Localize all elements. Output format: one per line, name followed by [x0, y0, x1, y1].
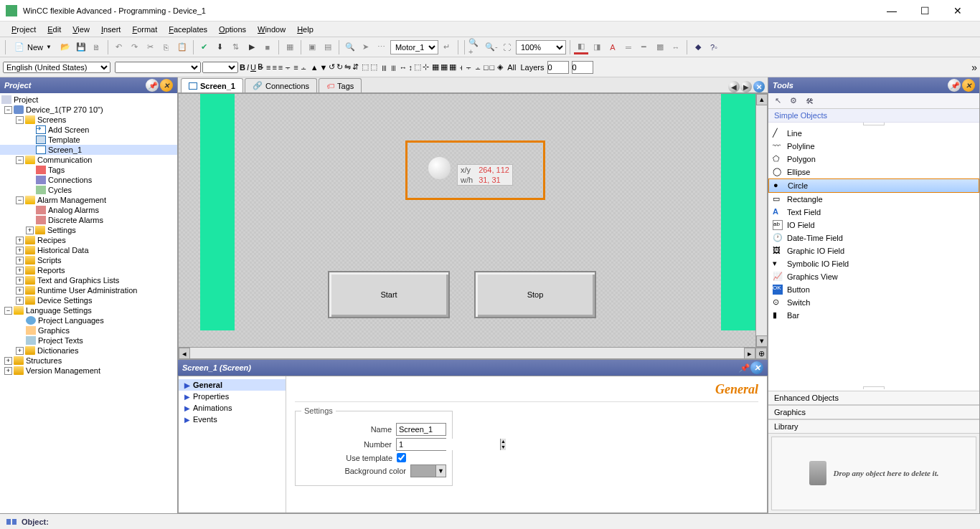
ref-icon[interactable]: ⋯ — [374, 40, 389, 54]
paste-icon[interactable]: 📋 — [175, 40, 189, 54]
tile-icon[interactable]: ▤ — [321, 40, 335, 54]
flip-v-icon[interactable]: ⇵ — [352, 62, 359, 72]
tool-rectangle[interactable]: ▭Rectangle — [768, 193, 979, 206]
italic-icon[interactable]: I — [247, 63, 249, 72]
prop-number-input[interactable]: ▲▼ — [396, 438, 446, 451]
combo-go-icon[interactable]: ↵ — [440, 40, 454, 54]
strike-icon[interactable]: B̶ — [258, 62, 263, 72]
stamp-icon[interactable]: ⚙ — [787, 95, 800, 108]
align-middle-icon[interactable]: ≡ — [293, 63, 298, 72]
same-height-icon[interactable]: ↕ — [408, 63, 413, 72]
props-nav-properties[interactable]: ▶Properties — [179, 391, 286, 402]
menu-view[interactable]: View — [67, 25, 95, 34]
menu-faceplates[interactable]: Faceplates — [163, 25, 213, 34]
help-icon[interactable]: ?◦ — [707, 40, 721, 54]
distrib-v-icon[interactable]: ⫼ — [390, 63, 397, 72]
menu-window[interactable]: Window — [252, 25, 291, 34]
cut-icon[interactable]: ✂ — [143, 40, 158, 54]
tag-combo[interactable]: Motor_1 — [390, 40, 438, 54]
panel-close-icon[interactable]: ✕ — [160, 79, 173, 92]
menu-options[interactable]: Options — [213, 25, 252, 34]
start-button[interactable]: Start — [328, 271, 450, 318]
tab-close-icon[interactable]: ✕ — [753, 81, 765, 92]
tool-switch[interactable]: ⊙Switch — [768, 296, 979, 309]
undo-icon[interactable]: ↶ — [112, 40, 126, 54]
tool-graphics-view[interactable]: 📈Graphics View — [768, 270, 979, 283]
tools-pin-icon[interactable]: 📌 — [948, 79, 961, 92]
align-center-icon[interactable]: ≡ — [272, 63, 276, 72]
obj-align3-icon[interactable]: ⫠ — [474, 63, 482, 72]
rotate-right-icon[interactable]: ↻ — [336, 62, 343, 72]
props-pin-icon[interactable]: 📌 — [739, 363, 749, 373]
section-enhanced[interactable]: Enhanced Objects — [768, 391, 979, 405]
zoom-combo[interactable]: 100% — [516, 40, 566, 54]
size-combo[interactable] — [202, 62, 238, 73]
send-back-icon[interactable]: ▼ — [320, 63, 328, 72]
zoom-out-icon[interactable]: 🔍- — [484, 40, 499, 54]
tab-next-icon[interactable]: ▶ — [740, 81, 752, 92]
tab-tags[interactable]: 🏷Tags — [319, 78, 362, 92]
props-nav-animations[interactable]: ▶Animations — [179, 402, 286, 414]
line-weight-icon[interactable]: ━ — [637, 40, 651, 54]
pattern-icon[interactable]: ▩ — [653, 40, 667, 54]
tool-button[interactable]: OKButton — [768, 283, 979, 296]
tab-connections[interactable]: 🔗Connections — [245, 78, 317, 92]
transfer-icon[interactable]: ⇅ — [229, 40, 243, 54]
tool-circle[interactable]: ●Circle — [768, 178, 979, 193]
ruler-icon[interactable]: ▦ — [449, 62, 456, 72]
tab-prev-icon[interactable]: ◀ — [728, 81, 740, 92]
page-icon[interactable]: ▦ — [283, 40, 297, 54]
save-icon[interactable]: 💾 — [74, 40, 88, 54]
distrib-h-icon[interactable]: ⫼ — [380, 63, 388, 72]
open-icon[interactable]: 📂 — [58, 40, 72, 54]
delete-dropzone[interactable]: Drop any object here to delete it. — [771, 437, 976, 511]
stop-sim-icon[interactable]: ■ — [260, 40, 275, 54]
tool-bar[interactable]: ▮Bar — [768, 309, 979, 322]
flip-h-icon[interactable]: ⇋ — [344, 62, 351, 72]
tab-screen1[interactable]: Screen_1 — [181, 78, 243, 92]
vertical-scrollbar[interactable]: ▴ ▾ — [755, 94, 767, 347]
layer-to-input[interactable] — [572, 61, 593, 74]
align-left-icon[interactable]: ≡ — [266, 63, 270, 72]
close-button[interactable]: ✕ — [941, 0, 974, 22]
tool-ellipse[interactable]: ◯Ellipse — [768, 166, 979, 178]
tool-symbolic-io[interactable]: ▾Symbolic IO Field — [768, 257, 979, 270]
design-canvas[interactable]: x/y264, 112 w/h31, 31 Start Stop — [179, 94, 755, 347]
align-right-icon[interactable]: ≡ — [278, 63, 283, 72]
section-graphics[interactable]: Graphics — [768, 405, 979, 419]
obj-align5-icon[interactable]: □ — [490, 63, 495, 72]
stop-button[interactable]: Stop — [474, 271, 596, 318]
tool-graphic-io[interactable]: 🖼Graphic IO Field — [768, 244, 979, 257]
font-color-icon[interactable]: A — [606, 40, 620, 54]
tool-datetime[interactable]: 🕐Date-Time Field — [768, 232, 979, 244]
align-bottom-icon[interactable]: ⫠ — [300, 63, 308, 72]
wrench-icon[interactable]: 🛠 — [803, 95, 816, 108]
new-button[interactable]: 📄New▼ — [9, 39, 57, 55]
tools-close-icon[interactable]: ✕ — [962, 79, 975, 92]
menu-project[interactable]: Project — [6, 25, 42, 34]
zoom-fit-icon[interactable]: ⛶ — [500, 40, 514, 54]
section-library[interactable]: Library — [768, 419, 979, 434]
tool-textfield[interactable]: AText Field — [768, 206, 979, 219]
line-style-icon[interactable]: ═ — [621, 40, 636, 54]
grid-icon[interactable]: ▦ — [432, 62, 439, 72]
zoom-in-icon[interactable]: 🔍+ — [468, 40, 483, 54]
menu-insert[interactable]: Insert — [95, 25, 127, 34]
check-icon[interactable]: ✔ — [197, 40, 212, 54]
tool-iofield[interactable]: abIO Field — [768, 219, 979, 232]
props-nav-events[interactable]: ▶Events — [179, 414, 286, 425]
compile-icon[interactable]: ⬇ — [213, 40, 227, 54]
arrow-icon[interactable]: ↔ — [669, 40, 683, 54]
menu-format[interactable]: Format — [126, 25, 163, 34]
menu-edit[interactable]: Edit — [42, 25, 67, 34]
options-icon[interactable]: ◆ — [691, 40, 705, 54]
group-icon[interactable]: ⬚ — [362, 62, 369, 72]
simulate-icon[interactable]: ▶ — [245, 40, 259, 54]
goto-icon[interactable]: ➤ — [359, 40, 373, 54]
project-tree[interactable]: Project −Device_1(TP 270 10") −Screens A… — [0, 93, 177, 513]
pin-icon[interactable]: 📌 — [146, 79, 159, 92]
tools-category[interactable]: Simple Objects — [768, 109, 979, 123]
same-size-icon[interactable]: ⬚ — [414, 62, 421, 72]
tool-polyline[interactable]: 〰Polyline — [768, 140, 979, 153]
layer-from-input[interactable] — [547, 61, 569, 74]
